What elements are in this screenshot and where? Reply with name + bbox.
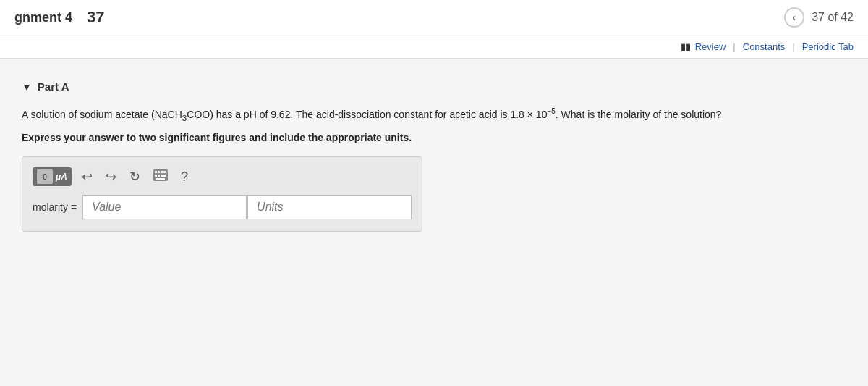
format-text-label: μA bbox=[56, 172, 67, 182]
question-number: 37 bbox=[87, 8, 104, 27]
assignment-title: gnment 4 bbox=[14, 10, 72, 25]
prev-question-button[interactable]: ‹ bbox=[784, 7, 804, 28]
format-box-label: 0 bbox=[43, 173, 47, 181]
value-input[interactable] bbox=[82, 195, 247, 219]
format-box-icon: 0 bbox=[37, 169, 53, 184]
part-label: Part A bbox=[38, 80, 69, 93]
part-header[interactable]: ▼ Part A bbox=[22, 80, 846, 93]
answer-area: 0 μA ↩ ↪ ↻ bbox=[22, 156, 422, 232]
keyboard-button[interactable] bbox=[150, 168, 171, 186]
svg-rect-2 bbox=[158, 171, 160, 173]
review-link[interactable]: Review bbox=[695, 41, 726, 52]
format-block: 0 μA bbox=[33, 167, 72, 186]
main-content: ▼ Part A A solution of sodium acetate (N… bbox=[0, 59, 868, 363]
svg-rect-4 bbox=[163, 171, 166, 173]
secondary-bar: ▮▮ Review | Constants | Periodic Tab bbox=[0, 35, 868, 59]
molarity-label: molarity = bbox=[33, 201, 77, 213]
toolbar: 0 μA ↩ ↪ ↻ bbox=[33, 167, 412, 186]
separator-1: | bbox=[733, 41, 735, 52]
units-input[interactable] bbox=[247, 195, 412, 219]
redo-button[interactable]: ↪ bbox=[103, 167, 119, 186]
svg-rect-7 bbox=[161, 175, 163, 177]
problem-text: A solution of sodium acetate (NaCH3COO) … bbox=[22, 106, 781, 125]
undo-button[interactable]: ↩ bbox=[79, 167, 95, 186]
svg-rect-8 bbox=[163, 175, 166, 177]
separator-2: | bbox=[792, 41, 794, 52]
part-collapse-arrow: ▼ bbox=[22, 81, 32, 93]
help-question-icon[interactable]: ? bbox=[181, 169, 188, 185]
keyboard-icon bbox=[153, 169, 168, 181]
review-icon: ▮▮ bbox=[681, 41, 691, 52]
svg-rect-5 bbox=[155, 175, 157, 177]
svg-rect-3 bbox=[161, 171, 163, 173]
question-counter: 37 of 42 bbox=[812, 11, 854, 24]
svg-rect-1 bbox=[155, 171, 157, 173]
instruction-text: Express your answer to two significant f… bbox=[22, 132, 846, 143]
constants-link[interactable]: Constants bbox=[743, 41, 786, 52]
chevron-left-icon: ‹ bbox=[793, 12, 796, 23]
svg-rect-9 bbox=[156, 178, 165, 180]
refresh-button[interactable]: ↻ bbox=[127, 167, 143, 186]
problem-text-1: A solution of sodium acetate (NaCH3COO) … bbox=[22, 109, 721, 120]
input-row: molarity = bbox=[33, 195, 412, 219]
periodic-table-link[interactable]: Periodic Tab bbox=[802, 41, 854, 52]
question-nav: ‹ 37 of 42 bbox=[784, 7, 854, 28]
svg-rect-6 bbox=[158, 175, 160, 177]
top-bar: gnment 4 37 ‹ 37 of 42 bbox=[0, 0, 868, 35]
